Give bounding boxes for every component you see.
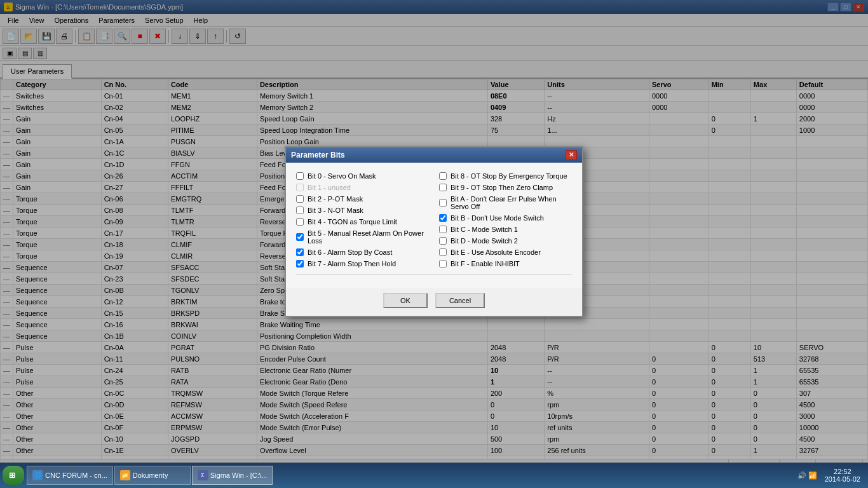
checkbox-item-bit6[interactable]: Bit 6 - Alarm Stop By Coast bbox=[296, 247, 429, 258]
checkbox-label-bitC: Bit C - Mode Switch 1 bbox=[451, 226, 518, 233]
checkbox-label-bitD: Bit D - Mode Switch 2 bbox=[451, 237, 518, 245]
start-icon: ⊞ bbox=[9, 471, 15, 480]
dialog-footer: OK Cancel bbox=[286, 288, 582, 316]
parameter-bits-dialog: Parameter Bits ✕ Bit 0 - Servo On MaskBi… bbox=[285, 146, 583, 317]
sys-icons: 🔊 📶 bbox=[797, 471, 817, 480]
modal-overlay: Parameter Bits ✕ Bit 0 - Servo On MaskBi… bbox=[0, 0, 868, 463]
checkbox-bit6[interactable] bbox=[296, 248, 304, 256]
checkbox-bit4[interactable] bbox=[296, 218, 304, 226]
clock-date: 2014-05-02 bbox=[825, 475, 860, 483]
taskbar-items: 🌐 CNC FORUM - cn... 📁 Dokumenty Σ Sigma … bbox=[27, 466, 795, 485]
browser-icon: 🌐 bbox=[32, 470, 43, 480]
checkbox-item-bit8[interactable]: Bit 8 - OT Stop By Emergency Torque bbox=[439, 170, 572, 182]
checkbox-label-bit1: Bit 1 - unused bbox=[308, 184, 351, 191]
checkbox-bitA[interactable] bbox=[439, 199, 447, 207]
checkbox-bitE[interactable] bbox=[439, 248, 447, 256]
dialog-title-label: Parameter Bits bbox=[291, 151, 345, 159]
dialog-bits-right: Bit 8 - OT Stop By Emergency TorqueBit 9… bbox=[439, 170, 572, 269]
checkbox-item-bit1[interactable]: Bit 1 - unused bbox=[296, 182, 429, 193]
checkbox-item-bitE[interactable]: Bit E - Use Absolute Encoder bbox=[439, 247, 572, 258]
checkbox-item-bitA[interactable]: Bit A - Don't Clear Err Pulse When Servo… bbox=[439, 193, 572, 212]
start-button[interactable]: ⊞ bbox=[3, 466, 24, 485]
checkbox-item-bitF[interactable]: Bit F - Enable INHIBIT bbox=[439, 258, 572, 269]
checkbox-item-bit5[interactable]: Bit 5 - Manual Reset Alarm On Power Loss bbox=[296, 227, 429, 247]
checkbox-bit0[interactable] bbox=[296, 172, 304, 180]
checkbox-label-bit6: Bit 6 - Alarm Stop By Coast bbox=[308, 248, 392, 256]
checkbox-label-bitF: Bit F - Enable INHIBIT bbox=[451, 260, 520, 268]
checkbox-bit7[interactable] bbox=[296, 260, 304, 268]
dialog-body: Bit 0 - Servo On MaskBit 1 - unusedBit 2… bbox=[286, 163, 582, 288]
checkbox-item-bitB[interactable]: Bit B - Don't Use Mode Switch bbox=[439, 212, 572, 224]
taskbar: ⊞ 🌐 CNC FORUM - cn... 📁 Dokumenty Σ Sigm… bbox=[0, 463, 868, 488]
checkbox-label-bit7: Bit 7 - Alarm Stop Then Hold bbox=[308, 260, 396, 268]
cancel-button[interactable]: Cancel bbox=[435, 293, 485, 308]
taskbar-clock: 22:52 2014-05-02 bbox=[820, 468, 865, 483]
clock-time: 22:52 bbox=[825, 468, 860, 475]
checkbox-item-bitC[interactable]: Bit C - Mode Switch 1 bbox=[439, 224, 572, 235]
checkbox-label-bitE: Bit E - Use Absolute Encoder bbox=[451, 248, 541, 256]
dialog-bits-left: Bit 0 - Servo On MaskBit 1 - unusedBit 2… bbox=[296, 170, 429, 269]
checkbox-item-bit9[interactable]: Bit 9 - OT Stop Then Zero Clamp bbox=[439, 182, 572, 193]
checkbox-bit9[interactable] bbox=[439, 184, 447, 191]
checkbox-label-bit5: Bit 5 - Manual Reset Alarm On Power Loss bbox=[308, 229, 429, 245]
checkbox-label-bitA: Bit A - Don't Clear Err Pulse When Servo… bbox=[451, 195, 572, 210]
checkbox-item-bit3[interactable]: Bit 3 - N-OT Mask bbox=[296, 205, 429, 216]
dialog-close-button[interactable]: ✕ bbox=[566, 150, 577, 160]
checkbox-bitF[interactable] bbox=[439, 260, 447, 268]
checkbox-item-bit0[interactable]: Bit 0 - Servo On Mask bbox=[296, 170, 429, 182]
checkbox-label-bit0: Bit 0 - Servo On Mask bbox=[308, 172, 376, 180]
checkbox-label-bit3: Bit 3 - N-OT Mask bbox=[308, 207, 363, 214]
ok-button[interactable]: OK bbox=[383, 293, 428, 308]
checkbox-item-bitD[interactable]: Bit D - Mode Switch 2 bbox=[439, 235, 572, 247]
checkbox-bit2[interactable] bbox=[296, 195, 304, 203]
checkbox-bitD[interactable] bbox=[439, 237, 447, 245]
checkbox-label-bitB: Bit B - Don't Use Mode Switch bbox=[451, 214, 544, 222]
checkbox-bit8[interactable] bbox=[439, 172, 447, 180]
checkbox-label-bit8: Bit 8 - OT Stop By Emergency Torque bbox=[451, 172, 567, 180]
taskbar-item-docs[interactable]: 📁 Dokumenty bbox=[114, 466, 191, 485]
dialog-bits-grid: Bit 0 - Servo On MaskBit 1 - unusedBit 2… bbox=[296, 170, 572, 269]
checkbox-bit5[interactable] bbox=[296, 233, 304, 241]
checkbox-bitC[interactable] bbox=[439, 226, 447, 233]
checkbox-item-bit2[interactable]: Bit 2 - P-OT Mask bbox=[296, 193, 429, 205]
checkbox-item-bit7[interactable]: Bit 7 - Alarm Stop Then Hold bbox=[296, 258, 429, 269]
checkbox-label-bit2: Bit 2 - P-OT Mask bbox=[308, 195, 363, 203]
dialog-title-bar: Parameter Bits ✕ bbox=[286, 147, 582, 163]
taskbar-system: 🔊 📶 bbox=[795, 471, 820, 480]
taskbar-item-browser[interactable]: 🌐 CNC FORUM - cn... bbox=[27, 466, 113, 485]
checkbox-label-bit9: Bit 9 - OT Stop Then Zero Clamp bbox=[451, 184, 553, 191]
checkbox-bit3[interactable] bbox=[296, 207, 304, 214]
checkbox-item-bit4[interactable]: Bit 4 - TGON as Torque Limit bbox=[296, 216, 429, 227]
checkbox-bit1[interactable] bbox=[296, 184, 304, 191]
checkbox-label-bit4: Bit 4 - TGON as Torque Limit bbox=[308, 218, 397, 226]
taskbar-item-sigma[interactable]: Σ Sigma Win - [C:\... bbox=[192, 466, 273, 485]
checkbox-bitB[interactable] bbox=[439, 214, 447, 222]
taskbar-browser-label: CNC FORUM - cn... bbox=[45, 471, 107, 479]
sigma-icon: Σ bbox=[198, 470, 208, 480]
docs-icon: 📁 bbox=[120, 470, 130, 480]
taskbar-sigma-label: Sigma Win - [C:\... bbox=[210, 471, 267, 479]
taskbar-docs-label: Dokumenty bbox=[133, 471, 168, 479]
